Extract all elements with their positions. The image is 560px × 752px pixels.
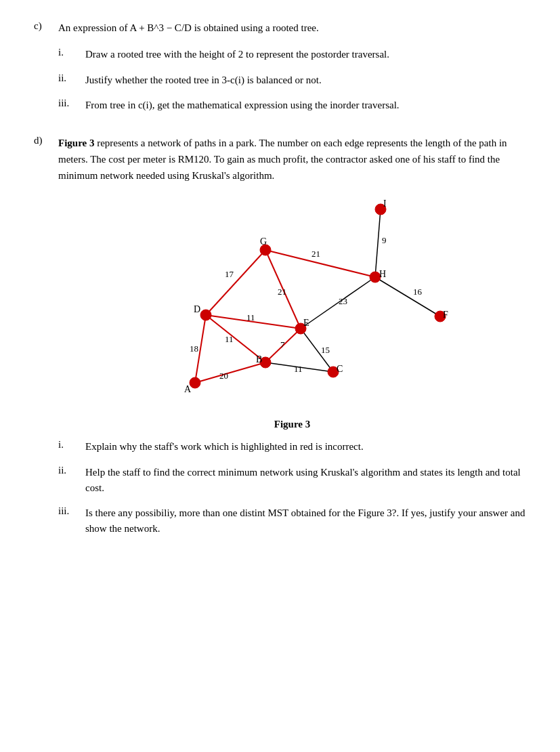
weight-EB: 7: [280, 339, 285, 350]
sub-d-ii-label: ii.: [58, 465, 85, 497]
label-I: I: [383, 199, 387, 209]
sub-d-iii-label: iii.: [58, 505, 85, 537]
section-c-label: c): [34, 20, 58, 123]
weight-BC: 11: [294, 364, 303, 374]
section-c: c) An expression of A + B^3 − C/D is obt…: [34, 20, 526, 123]
sub-d-iii-content: Is there any possibiliy, more than one d…: [85, 505, 526, 537]
edge-DG-red: [206, 250, 265, 315]
weight-HE: 23: [339, 296, 347, 306]
section-c-content: An expression of A + B^3 − C/D is obtain…: [58, 20, 526, 123]
figure3-container: I G H F D E B C A 17 21 9 16 21: [130, 194, 455, 411]
weight-DG: 17: [225, 269, 234, 279]
edge-HE: [301, 277, 375, 329]
section-d-intro-rest: represents a network of paths in a park.…: [58, 138, 507, 181]
sub-c-ii-content: Justify whether the rooted tree in 3-c(i…: [85, 72, 526, 88]
label-B: B: [256, 354, 262, 364]
weight-AB: 20: [219, 371, 228, 381]
subsection-d-ii: ii. Help the staff to find the correct m…: [58, 465, 526, 497]
label-G: G: [260, 236, 267, 247]
figure3-bold-label: Figure 3: [58, 138, 94, 148]
sub-d-i-label: i.: [58, 439, 85, 455]
label-D: D: [194, 304, 200, 314]
weight-HF: 16: [413, 287, 423, 297]
label-H: H: [379, 269, 386, 279]
sub-c-i-content: Draw a rooted tree with the height of 2 …: [85, 47, 526, 62]
weight-DB: 11: [225, 334, 234, 344]
label-C: C: [337, 364, 343, 374]
label-A: A: [184, 384, 192, 394]
edge-HF: [375, 277, 440, 316]
edge-AB-red: [195, 362, 265, 383]
sub-d-i-content: Explain why the staff's work which is hi…: [85, 439, 526, 455]
sub-c-i-label: i.: [58, 47, 85, 62]
sub-c-ii-label: ii.: [58, 72, 85, 88]
section-d-content: Figure 3 represents a network of paths i…: [58, 135, 526, 547]
figure3-caption: Figure 3: [58, 417, 526, 432]
sub-d-ii-content: Help the staff to find the correct minim…: [85, 465, 526, 497]
label-E: E: [303, 318, 309, 328]
edge-IH: [375, 209, 381, 277]
subsection-d-i: i. Explain why the staff's work which is…: [58, 439, 526, 455]
edge-GH-red: [265, 250, 375, 277]
weight-AD: 18: [190, 343, 198, 354]
weight-IH: 9: [382, 235, 387, 245]
weight-GH: 21: [311, 249, 320, 259]
section-d-intro: Figure 3 represents a network of paths i…: [58, 135, 526, 184]
subsection-d-iii: iii. Is there any possibiliy, more than …: [58, 505, 526, 537]
sub-c-iii-content: From tree in c(i), get the mathematical …: [85, 98, 526, 113]
node-A: [190, 377, 200, 388]
subsection-c-i: i. Draw a rooted tree with the height of…: [58, 47, 526, 62]
section-c-intro: An expression of A + B^3 − C/D is obtain…: [58, 20, 526, 36]
sub-c-iii-label: iii.: [58, 98, 85, 113]
section-d-label: d): [34, 135, 58, 547]
label-F: F: [443, 310, 448, 320]
weight-EC: 15: [321, 345, 330, 355]
node-D: [200, 310, 211, 320]
subsection-c-ii: ii. Justify whether the rooted tree in 3…: [58, 72, 526, 88]
weight-DE: 11: [246, 312, 255, 322]
section-d: d) Figure 3 represents a network of path…: [34, 135, 526, 547]
subsection-c-iii: iii. From tree in c(i), get the mathemat…: [58, 98, 526, 113]
figure3-svg: I G H F D E B C A 17 21 9 16 21: [130, 194, 455, 411]
weight-GE: 21: [278, 287, 286, 297]
